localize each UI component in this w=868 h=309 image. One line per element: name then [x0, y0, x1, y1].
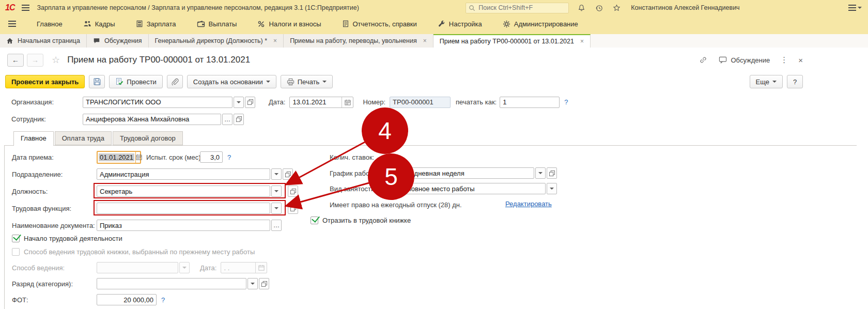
- probation-help[interactable]: ?: [227, 153, 231, 161]
- department-open-button[interactable]: [283, 168, 293, 180]
- tab-oplata-truda[interactable]: Оплата труда: [55, 131, 112, 145]
- post-button[interactable]: Провести: [109, 75, 163, 88]
- section-glavnoe[interactable]: Главное: [37, 20, 63, 28]
- close-icon[interactable]: ×: [423, 37, 427, 44]
- section-vyplaty[interactable]: Выплаты: [197, 20, 237, 28]
- grade-open-button[interactable]: [259, 278, 269, 289]
- close-icon[interactable]: ×: [798, 56, 803, 65]
- method-dropdown-button[interactable]: [179, 262, 190, 273]
- fot-field[interactable]: [97, 294, 157, 305]
- favorite-star-icon[interactable]: ☆: [52, 54, 60, 66]
- schedule-open-button[interactable]: [547, 167, 557, 179]
- back-button[interactable]: ←: [7, 54, 24, 67]
- attach-button[interactable]: [167, 75, 183, 88]
- method-date-field[interactable]: . .: [221, 262, 267, 273]
- print-as-field[interactable]: [500, 97, 560, 108]
- notifications-bell-icon[interactable]: [576, 3, 586, 13]
- save-button[interactable]: [89, 75, 105, 88]
- probation-field[interactable]: [200, 151, 223, 163]
- position-field[interactable]: [97, 186, 270, 197]
- department-dropdown-button[interactable]: [271, 168, 282, 180]
- section-kadry[interactable]: Кадры: [83, 20, 115, 28]
- calendar-icon[interactable]: [135, 152, 142, 163]
- print-button[interactable]: Печать: [281, 75, 333, 88]
- number-label: Номер:: [363, 98, 385, 106]
- history-icon[interactable]: [594, 3, 604, 13]
- fot-help[interactable]: ?: [161, 296, 165, 304]
- method-label: Способ ведения:: [12, 264, 97, 272]
- vacation-edit-link[interactable]: Редактировать: [505, 200, 552, 208]
- workbook-row: Отразить в трудовой книжке: [311, 215, 411, 225]
- schedule-field[interactable]: [396, 167, 534, 179]
- start-career-checkbox[interactable]: [12, 235, 20, 242]
- section-zarplata[interactable]: Зарплата: [136, 20, 176, 28]
- main-menu-icon[interactable]: [22, 5, 29, 11]
- date-field[interactable]: 13.01.2021: [289, 97, 353, 108]
- prev-workbook-checkbox[interactable]: [12, 248, 20, 256]
- department-field[interactable]: [97, 168, 270, 180]
- sections-menu-icon[interactable]: [8, 21, 16, 27]
- document-header: ← → ☆ Прием на работу ТР00-000001 от 13.…: [0, 49, 868, 71]
- forward-button[interactable]: →: [27, 54, 43, 67]
- organization-field[interactable]: [83, 97, 233, 108]
- tab-label: Прием на работу ТР00-000001 от 13.01.202…: [440, 38, 574, 45]
- employment-field[interactable]: [396, 183, 546, 194]
- close-icon[interactable]: ×: [580, 38, 584, 45]
- calendar-icon[interactable]: [342, 97, 353, 107]
- employee-select-button[interactable]: [222, 114, 233, 125]
- create-based-label: Создать на основании: [193, 78, 263, 86]
- discussion-button[interactable]: Обсуждение: [719, 56, 770, 64]
- position-open-button[interactable]: [288, 186, 298, 197]
- labor-function-field[interactable]: [97, 203, 270, 214]
- grade-dropdown-button[interactable]: [247, 278, 258, 289]
- section-otchetnost[interactable]: Отчетность, справки: [342, 20, 417, 28]
- link-icon[interactable]: [698, 55, 708, 65]
- tab-discussions[interactable]: Обсуждения: [87, 34, 149, 48]
- employee-open-button[interactable]: [234, 114, 244, 125]
- method-field[interactable]: [97, 262, 178, 273]
- more-actions-button[interactable]: Еще: [750, 75, 783, 88]
- tab-home[interactable]: Начальная страница: [0, 34, 87, 48]
- create-based-on-button[interactable]: Создать на основании: [187, 75, 276, 88]
- schedule-dropdown-button[interactable]: [535, 167, 546, 179]
- doc-name-field[interactable]: [97, 220, 270, 231]
- doc-name-select-button[interactable]: [271, 220, 282, 231]
- employment-dropdown-button[interactable]: [547, 183, 557, 194]
- section-administrirovanie[interactable]: Администрирование: [503, 20, 578, 28]
- tab-trudovoy-dogovor[interactable]: Трудовой договор: [113, 131, 183, 145]
- favorites-star-icon[interactable]: [611, 3, 622, 13]
- help-button[interactable]: ?: [787, 75, 803, 88]
- tab-glavnoe[interactable]: Главное: [13, 131, 54, 146]
- open-icon: [285, 172, 291, 177]
- tab-hire-document[interactable]: Прием на работу ТР00-000001 от 13.01.202…: [433, 34, 591, 48]
- post-and-close-button[interactable]: Провести и закрыть: [5, 75, 85, 88]
- organization-dropdown-button[interactable]: [234, 97, 244, 108]
- current-user-name[interactable]: Константинов Алексей Геннадиевич: [631, 4, 739, 11]
- section-label: Администрирование: [514, 20, 578, 28]
- tab-hires-transfers[interactable]: Приемы на работу, переводы, увольнения ×: [284, 34, 433, 48]
- more-icon[interactable]: ⋮: [780, 55, 788, 65]
- close-icon[interactable]: ×: [273, 37, 277, 44]
- search-input[interactable]: [466, 3, 569, 13]
- organization-open-button[interactable]: [245, 97, 255, 108]
- user-menu-icon[interactable]: [848, 5, 862, 11]
- section-nastroika[interactable]: Настройка: [438, 20, 482, 28]
- labor-function-dropdown-button[interactable]: [271, 203, 282, 214]
- workbook-checkbox[interactable]: [311, 217, 318, 224]
- grade-field[interactable]: [97, 278, 246, 289]
- section-nalogi[interactable]: Налоги и взносы: [257, 20, 321, 28]
- position-dropdown-button[interactable]: [271, 186, 282, 197]
- tab-position-director[interactable]: Генеральный директор (Должность) * ×: [149, 34, 284, 48]
- vacation-row: Имеет право на ежегодный отпуск (28) дн.: [330, 198, 462, 211]
- organization-row: Организация: Дата: 13.01.2021 Номер: печ…: [11, 96, 568, 108]
- print-as-help[interactable]: ?: [564, 98, 568, 106]
- tab-page-glavnoe: Дата приема: 01.01.2021 Испыт. срок (мес…: [4, 145, 857, 309]
- home-icon: [6, 37, 13, 44]
- organization-label: Организация:: [11, 98, 83, 106]
- payments-icon: [197, 20, 205, 28]
- hire-date-field[interactable]: 01.01.2021: [97, 151, 141, 164]
- employee-field[interactable]: [83, 114, 221, 125]
- user-menu-lines: [848, 5, 856, 11]
- labor-function-open-button[interactable]: [288, 203, 298, 214]
- calendar-icon[interactable]: [255, 262, 267, 273]
